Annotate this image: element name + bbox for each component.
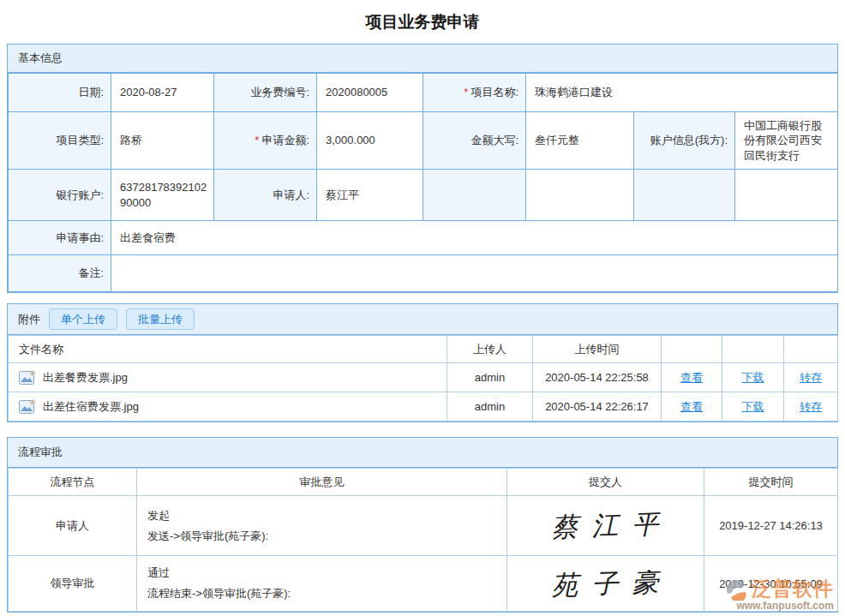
amount-label: *申请金额: [214, 112, 317, 170]
col-opinion: 审批意见 [137, 469, 507, 496]
basic-info-row-1: 日期: 2020-08-27 业务费编号: 2020080005 *项目名称: … [9, 74, 838, 112]
approval-section-header: 流程审批 [8, 438, 837, 468]
reason-label: 申请事由: [9, 221, 111, 255]
basic-info-row-3: 银行账户: 6372817839210290000 申请人: 蔡江平 [9, 170, 838, 221]
project-name-label-text: 项目名称: [470, 86, 518, 99]
account-value: 中国工商银行股份有限公司西安回民街支行 [735, 112, 838, 170]
submitter-signature: 苑子豪 [506, 553, 704, 615]
col-upload-time: 上传时间 [533, 336, 662, 363]
approval-header-row: 流程节点 审批意见 提交人 提交时间 [9, 469, 838, 496]
approval-opinion-line2: 发送->领导审批(苑子豪): [147, 526, 496, 547]
attachment-row: 出差餐费发票.jpg admin 2020-05-14 22:25:58 查看 … [9, 363, 838, 392]
single-upload-button[interactable]: 单个上传 [49, 308, 117, 330]
empty-value-cell [735, 170, 838, 221]
approval-section-title: 流程审批 [18, 445, 63, 460]
project-type-label: 项目类型: [9, 112, 111, 170]
basic-info-section-title: 基本信息 [18, 51, 63, 66]
view-link[interactable]: 查看 [680, 400, 703, 413]
fee-no-label: 业务费编号: [214, 74, 317, 112]
basic-info-row-5: 备注: [9, 255, 838, 292]
required-mark: * [255, 134, 259, 147]
col-submitter: 提交人 [507, 469, 704, 496]
col-flow-node: 流程节点 [9, 469, 137, 496]
col-file-name: 文件名称 [9, 336, 447, 363]
basic-info-row-2: 项目类型: 路桥 *申请金额: 3,000.000 金额大写: 叁仟元整 账户信… [9, 112, 838, 170]
download-link[interactable]: 下载 [742, 371, 764, 384]
approval-table: 流程节点 审批意见 提交人 提交时间 申请人 发起 发送->领导审批(苑子豪):… [8, 468, 838, 612]
approval-row: 申请人 发起 发送->领导审批(苑子豪): 蔡江平 2019-12-27 14:… [9, 496, 838, 556]
col-action-2 [722, 336, 784, 363]
amount-value: 3,000.000 [317, 112, 423, 170]
attachment-file-name: 出差住宿费发票.jpg [43, 399, 139, 415]
attachment-uploader: admin [447, 392, 533, 422]
fee-no-value: 2020080005 [317, 74, 423, 112]
attachment-uploader: admin [447, 363, 533, 392]
attachment-upload-time: 2020-05-14 22:25:58 [533, 363, 662, 392]
attachments-panel: 附件 单个上传 批量上传 文件名称 上传人 上传时间 [7, 303, 838, 422]
col-action-3 [784, 336, 838, 363]
basic-info-section-header: 基本信息 [8, 45, 837, 73]
project-type-value: 路桥 [111, 112, 214, 170]
attachment-upload-time: 2020-05-14 22:26:17 [533, 392, 662, 422]
image-file-icon [19, 399, 36, 414]
date-label: 日期: [9, 74, 111, 112]
attachments-header-row: 文件名称 上传人 上传时间 [9, 336, 838, 363]
empty-label-cell [423, 170, 526, 221]
approval-panel: 流程审批 流程节点 审批意见 提交人 提交时间 申请人 发起 发送->领导审批(… [7, 437, 838, 613]
empty-label-cell [634, 170, 735, 221]
col-uploader: 上传人 [447, 336, 533, 363]
view-link[interactable]: 查看 [680, 371, 703, 384]
remark-value [111, 255, 838, 292]
project-name-label: *项目名称: [423, 74, 526, 112]
page-title: 项目业务费申请 [0, 0, 845, 44]
applicant-label: 申请人: [214, 170, 317, 221]
approval-submit-time: 2019-12-30 10:55:09 [704, 556, 838, 612]
project-name-value: 珠海鹤港口建设 [526, 74, 838, 112]
batch-upload-button[interactable]: 批量上传 [126, 308, 195, 330]
bank-account-label: 银行账户: [9, 170, 111, 221]
attachments-section-title: 附件 [18, 312, 40, 327]
remark-label: 备注: [9, 255, 111, 292]
applicant-value: 蔡江平 [317, 170, 423, 221]
download-link[interactable]: 下载 [742, 400, 764, 413]
attachments-section-header: 附件 单个上传 批量上传 [8, 304, 837, 335]
approval-opinion-line2: 流程结束->领导审批(苑子豪): [147, 583, 496, 604]
bank-account-value: 6372817839210290000 [111, 170, 214, 221]
attachments-table: 文件名称 上传人 上传时间 出差餐费发票.jpg admin [8, 335, 838, 422]
attachment-file-name: 出差餐费发票.jpg [43, 370, 128, 386]
image-file-icon [19, 370, 36, 385]
approval-row: 领导审批 通过 流程结束->领导审批(苑子豪): 苑子豪 2019-12-30 … [9, 556, 838, 612]
approval-opinion-line1: 发起 [147, 505, 496, 526]
attachment-row: 出差住宿费发票.jpg admin 2020-05-14 22:26:17 查看… [9, 392, 838, 422]
col-submit-time: 提交时间 [704, 469, 838, 496]
amount-caps-value: 叁仟元整 [526, 112, 634, 170]
approval-submit-time: 2019-12-27 14:26:13 [704, 496, 838, 556]
required-mark: * [464, 86, 468, 99]
basic-info-panel: 基本信息 日期: 2020-08-27 业务费编号: 2020080005 *项… [7, 44, 838, 293]
basic-info-table: 日期: 2020-08-27 业务费编号: 2020080005 *项目名称: … [8, 73, 838, 292]
save-as-link[interactable]: 转存 [800, 371, 822, 384]
col-action-1 [662, 336, 722, 363]
submitter-signature: 蔡江平 [506, 493, 704, 559]
date-value: 2020-08-27 [111, 74, 214, 112]
reason-value: 出差食宿费 [111, 221, 838, 255]
approval-opinion-line1: 通过 [147, 563, 496, 583]
basic-info-row-4: 申请事由: 出差食宿费 [9, 221, 838, 255]
amount-label-text: 申请金额: [261, 134, 309, 147]
approval-node: 申请人 [9, 496, 137, 556]
amount-caps-label: 金额大写: [423, 112, 526, 170]
empty-value-cell [526, 170, 634, 221]
save-as-link[interactable]: 转存 [800, 400, 822, 413]
account-label: 账户信息(我方): [634, 112, 735, 170]
approval-node: 领导审批 [9, 556, 137, 612]
